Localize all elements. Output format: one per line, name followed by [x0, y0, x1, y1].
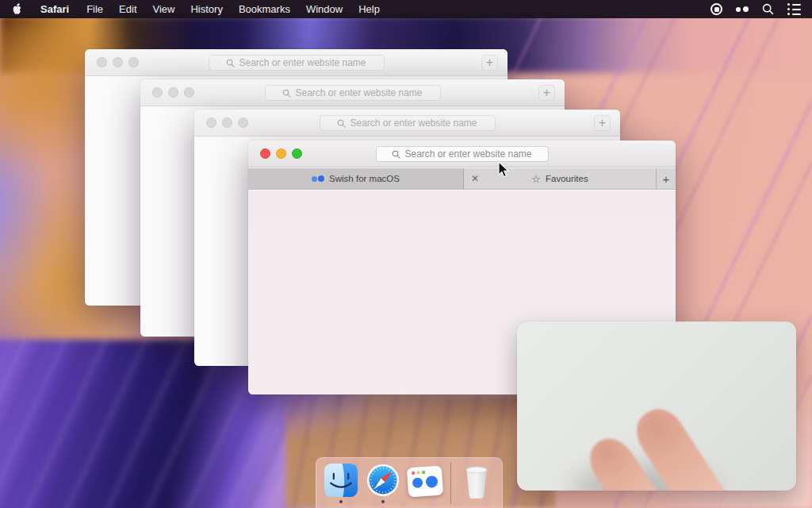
dock — [316, 457, 503, 508]
star-icon: ☆ — [531, 174, 541, 184]
close-button[interactable] — [206, 117, 216, 128]
menu-item-window[interactable]: Window — [298, 0, 350, 18]
tab-label: Favourites — [546, 174, 588, 183]
swish-icon — [407, 466, 443, 498]
address-bar-placeholder: Search or enter website name — [239, 57, 366, 68]
window-toolbar: Search or enter website name + — [140, 79, 565, 106]
trash-icon — [461, 463, 492, 499]
minimize-button[interactable] — [276, 148, 286, 159]
new-tab-button[interactable]: + — [538, 85, 555, 101]
window-toolbar: Search or enter website name + — [85, 49, 508, 76]
tab-label: Swish for macOS — [329, 174, 400, 183]
search-icon — [337, 119, 346, 128]
apple-menu[interactable] — [11, 2, 23, 16]
address-bar[interactable]: Search or enter website name — [265, 85, 441, 101]
mouse-cursor — [498, 161, 510, 179]
menu-bar-status-area — [710, 3, 801, 15]
menu-item-help[interactable]: Help — [350, 0, 388, 18]
minimize-button[interactable] — [168, 87, 178, 98]
desktop[interactable]: Safari File Edit View History Bookmarks … — [0, 0, 812, 508]
screen-recording-stop-icon[interactable] — [710, 3, 722, 15]
safari-icon — [366, 463, 400, 498]
spotlight-icon[interactable] — [762, 3, 774, 15]
running-indicator — [339, 500, 343, 503]
zoom-button[interactable] — [292, 148, 302, 159]
new-tab-button[interactable]: + — [481, 55, 498, 71]
traffic-lights — [206, 117, 248, 128]
close-button[interactable] — [97, 57, 107, 67]
tab-bar: Swish for macOS ✕ ☆ Favourites + — [248, 168, 676, 190]
search-icon — [226, 59, 235, 67]
minimize-button[interactable] — [113, 57, 123, 67]
finder-icon — [324, 463, 358, 498]
traffic-lights — [260, 148, 302, 159]
dock-item-safari[interactable] — [365, 463, 401, 504]
tab-close-icon[interactable]: ✕ — [471, 174, 479, 183]
address-bar-placeholder: Search or enter website name — [350, 117, 477, 129]
dock-item-swish[interactable] — [407, 463, 443, 504]
menu-item-edit[interactable]: Edit — [111, 0, 144, 18]
window-toolbar: Search or enter website name + — [194, 110, 620, 137]
dock-item-trash[interactable] — [458, 463, 495, 504]
menu-bar: Safari File Edit View History Bookmarks … — [0, 0, 812, 18]
dock-separator — [450, 463, 451, 504]
address-bar-placeholder: Search or enter website name — [404, 148, 531, 160]
dock-item-finder[interactable] — [323, 463, 359, 504]
menu-item-view[interactable]: View — [145, 0, 183, 18]
tab-swish-for-macos[interactable]: Swish for macOS — [248, 168, 464, 189]
search-icon — [282, 89, 291, 98]
search-icon — [392, 150, 400, 159]
minimize-button[interactable] — [222, 117, 232, 128]
swish-favicon — [312, 175, 324, 182]
menu-item-file[interactable]: File — [79, 0, 111, 18]
address-bar-placeholder: Search or enter website name — [295, 87, 422, 98]
menu-item-app[interactable]: Safari — [31, 0, 79, 18]
notification-center-icon[interactable] — [787, 3, 801, 15]
trackpad-gesture-overlay — [517, 321, 796, 491]
zoom-button[interactable] — [238, 117, 248, 128]
zoom-button[interactable] — [184, 87, 194, 98]
tab-favourites[interactable]: ✕ ☆ Favourites — [464, 168, 657, 189]
address-bar[interactable]: Search or enter website name — [376, 146, 549, 162]
address-bar[interactable]: Search or enter website name — [320, 115, 496, 131]
new-tab-button[interactable]: + — [594, 115, 611, 131]
new-tab-button[interactable]: + — [657, 168, 676, 189]
window-toolbar: Search or enter website name — [248, 140, 676, 167]
menu-item-history[interactable]: History — [182, 0, 230, 18]
running-indicator — [381, 500, 385, 503]
traffic-lights — [97, 57, 139, 67]
zoom-button[interactable] — [128, 57, 139, 67]
address-bar[interactable]: Search or enter website name — [209, 55, 385, 71]
apple-icon — [11, 2, 23, 16]
close-button[interactable] — [260, 148, 270, 159]
traffic-lights — [152, 87, 194, 98]
swish-menu-icon[interactable] — [736, 6, 749, 12]
menu-item-bookmarks[interactable]: Bookmarks — [231, 0, 298, 18]
close-button[interactable] — [152, 87, 163, 98]
